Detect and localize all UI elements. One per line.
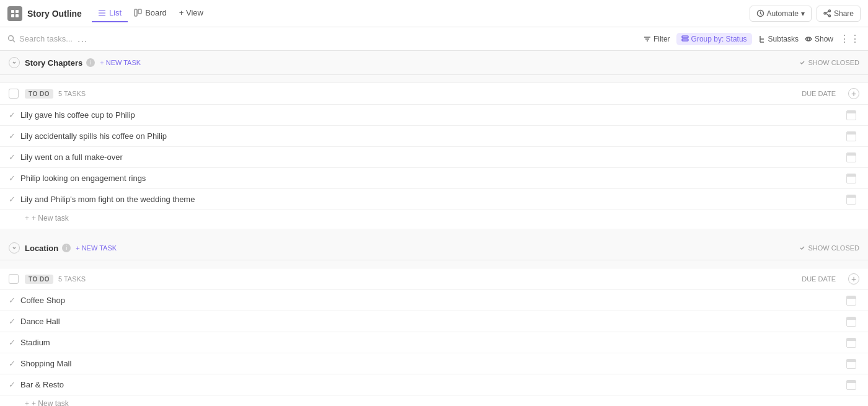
task-check-icon[interactable]: ✓ (9, 110, 16, 120)
calendar-icon (846, 173, 857, 184)
task-name[interactable]: Lily and Philip's mom fight on the weddi… (20, 190, 846, 209)
svg-rect-2 (11, 14, 14, 17)
task-check-icon[interactable]: ✓ (9, 131, 16, 141)
svg-rect-7 (135, 9, 137, 16)
svg-point-15 (9, 36, 14, 41)
group-story-todo-checkbox[interactable] (9, 89, 19, 99)
svg-rect-3 (16, 14, 19, 17)
subtasks-button[interactable]: Subtasks (758, 35, 799, 43)
toolbar-right: Filter Group by: Status Subtasks Show ⋮⋮ (644, 33, 861, 45)
group-story-todo-header: TO DO 5 TASKS DUE DATE + (0, 82, 868, 105)
section-story-chapters-new-task[interactable]: + NEW TASK (100, 59, 141, 66)
section-location-show-closed[interactable]: SHOW CLOSED (799, 244, 859, 252)
toolbar-more[interactable]: ... (78, 33, 87, 45)
group-location-due-date-label: DUE DATE (802, 275, 836, 283)
svg-line-16 (13, 40, 16, 43)
group-story-due-date-label: DUE DATE (802, 90, 836, 97)
tab-list[interactable]: List (92, 4, 128, 22)
app-title: Story Outline (27, 9, 82, 19)
task-name[interactable]: Dance Hall (20, 312, 846, 331)
automate-icon (756, 9, 764, 17)
task-name[interactable]: Coffee Shop (20, 291, 846, 310)
svg-rect-20 (682, 36, 688, 38)
calendar-icon (846, 316, 857, 327)
task-check-icon[interactable]: ✓ (9, 317, 16, 326)
task-check-icon[interactable]: ✓ (9, 359, 16, 368)
filter-icon (644, 35, 651, 43)
section-location-new-task[interactable]: + NEW TASK (76, 244, 117, 252)
list-icon (98, 9, 106, 17)
svg-point-12 (824, 12, 826, 14)
calendar-icon (846, 152, 857, 163)
tab-view[interactable]: + View (173, 4, 210, 22)
task-check-icon[interactable]: ✓ (9, 296, 16, 305)
section-location-header: Location i + NEW TASK SHOW CLOSED (0, 236, 868, 260)
section-story-chapters: Story Chapters i + NEW TASK SHOW CLOSED … (0, 51, 868, 229)
board-icon (134, 9, 142, 17)
calendar-icon (846, 295, 857, 306)
table-row: ✓ Lily accidentally spills his coffee on… (0, 126, 868, 147)
section-location: Location i + NEW TASK SHOW CLOSED TO DO … (0, 236, 868, 406)
task-name[interactable]: Shopping Mall (20, 354, 846, 373)
task-name[interactable]: Lily accidentally spills his coffee on P… (20, 126, 846, 146)
table-row: ✓ Stadium (0, 332, 868, 353)
task-name[interactable]: Lily gave his coffee cup to Philip (20, 105, 846, 125)
group-location-todo-checkbox[interactable] (9, 274, 19, 284)
share-button[interactable]: Share (817, 6, 861, 22)
table-row: ✓ Bar & Resto (0, 374, 868, 395)
filter-button[interactable]: Filter (644, 35, 670, 43)
calendar-icon (846, 194, 857, 205)
checkmark-icon (799, 60, 805, 66)
toolbar: Search tasks... ... Filter Group by: Sta… (0, 27, 868, 51)
table-row: ✓ Lily went on a full make-over (0, 147, 868, 168)
task-name[interactable]: Lily went on a full make-over (20, 148, 846, 167)
task-check-icon[interactable]: ✓ (9, 174, 16, 183)
automate-chevron: ▾ (801, 9, 805, 18)
task-name[interactable]: Bar & Resto (20, 375, 846, 394)
section-location-info[interactable]: i (62, 244, 71, 252)
svg-line-14 (826, 14, 829, 16)
table-row: ✓ Lily gave his coffee cup to Philip (0, 105, 868, 126)
group-location-add-col-button[interactable]: + (848, 273, 859, 285)
group-location-todo: TO DO 5 TASKS DUE DATE + ✓ Coffee Shop ✓… (0, 268, 868, 406)
new-task-row-story[interactable]: + + New task (0, 210, 868, 229)
calendar-icon (846, 110, 857, 121)
section-story-chapters-show-closed[interactable]: SHOW CLOSED (799, 59, 859, 66)
share-icon (823, 9, 831, 17)
svg-rect-1 (16, 10, 19, 13)
tab-board[interactable]: Board (128, 4, 173, 22)
svg-point-22 (807, 38, 810, 40)
section-story-chapters-header: Story Chapters i + NEW TASK SHOW CLOSED (0, 51, 868, 75)
task-name[interactable]: Philip looking on engagement rings (20, 169, 846, 188)
group-location-todo-header: TO DO 5 TASKS DUE DATE + (0, 268, 868, 290)
automate-button[interactable]: Automate ▾ (750, 6, 812, 22)
group-location-todo-count: 5 TASKS (58, 275, 86, 283)
section-location-collapse[interactable] (9, 242, 20, 254)
show-button[interactable]: Show (805, 35, 833, 43)
svg-point-10 (828, 10, 830, 12)
task-check-icon[interactable]: ✓ (9, 195, 16, 204)
main-content: Story Chapters i + NEW TASK SHOW CLOSED … (0, 51, 868, 406)
group-by-button[interactable]: Group by: Status (676, 33, 752, 45)
toolbar-overflow[interactable]: ⋮⋮ (839, 33, 861, 45)
nav-right: Automate ▾ Share (750, 6, 861, 22)
new-task-plus-icon: + (25, 214, 29, 223)
section-story-chapters-info[interactable]: i (86, 58, 95, 67)
show-icon (805, 35, 812, 43)
calendar-icon (846, 358, 857, 369)
search-placeholder[interactable]: Search tasks... (19, 34, 73, 43)
task-name[interactable]: Stadium (20, 333, 846, 352)
group-location-todo-badge: TO DO (25, 275, 53, 284)
group-story-add-col-button[interactable]: + (848, 88, 859, 99)
task-check-icon[interactable]: ✓ (9, 338, 16, 347)
new-task-row-location[interactable]: + + New task (0, 395, 868, 406)
calendar-icon (846, 379, 857, 391)
calendar-icon (846, 337, 857, 348)
section-story-chapters-name: Story Chapters (25, 58, 82, 68)
svg-rect-21 (682, 39, 688, 41)
section-story-chapters-collapse[interactable] (9, 57, 20, 68)
table-row: ✓ Coffee Shop (0, 290, 868, 311)
task-check-icon[interactable]: ✓ (9, 152, 16, 162)
task-check-icon[interactable]: ✓ (9, 380, 16, 389)
new-task-plus-icon: + (25, 399, 29, 406)
